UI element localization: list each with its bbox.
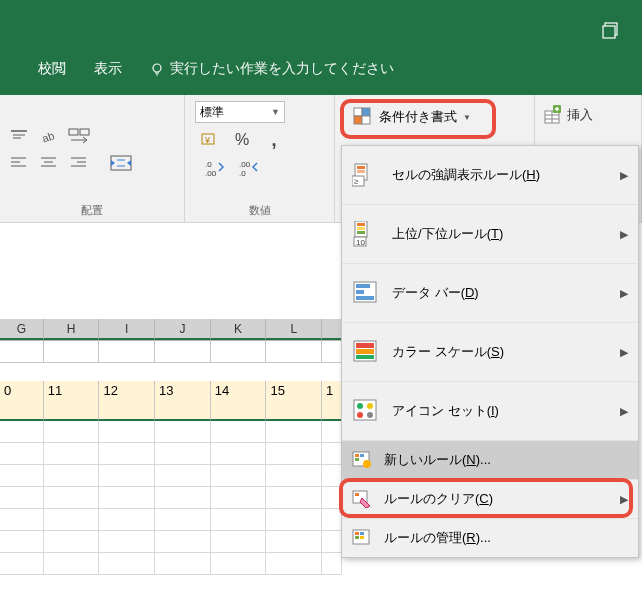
cell[interactable]: 11 [44,381,100,421]
cell[interactable] [44,341,100,363]
orientation-button[interactable]: ab [38,126,60,148]
column-header-i[interactable]: I [99,319,155,340]
svg-rect-65 [355,454,359,457]
increase-decimal-button[interactable]: .0.00 [205,157,227,179]
align-center-icon [40,156,58,170]
column-header-j[interactable]: J [155,319,211,340]
highlight-rules-icon: ≥ [352,162,380,188]
svg-rect-48 [357,231,365,234]
comma-button[interactable]: , [263,129,285,151]
align-center-button[interactable] [38,152,60,174]
increase-decimal-icon: .0.00 [205,160,227,176]
insert-cells-button[interactable]: 挿入 [543,105,633,125]
wrap-text-button[interactable] [68,126,90,148]
menu-icon-sets[interactable]: アイコン セット(I) ▶ [342,382,638,441]
cell[interactable] [155,341,211,363]
menu-data-bars[interactable]: データ バー(D) ▶ [342,264,638,323]
menu-top-bottom-rules[interactable]: 10 上位/下位ルール(T) ▶ [342,205,638,264]
tab-review[interactable]: 校閲 [38,60,66,78]
tell-me-placeholder: 実行したい作業を入力してください [170,60,394,78]
cell[interactable] [266,341,322,363]
svg-point-68 [363,460,371,468]
column-header-g[interactable]: G [0,319,44,340]
cell[interactable]: 13 [155,381,211,421]
svg-point-63 [367,412,373,418]
group-alignment: ab 配置 [0,95,185,222]
svg-rect-41 [357,166,365,169]
svg-rect-29 [354,108,362,116]
tell-me-search[interactable]: 実行したい作業を入力してください [150,60,394,78]
svg-rect-54 [356,296,374,300]
svg-rect-10 [80,129,89,135]
menu-label: 上位/下位ルール(T) [392,225,608,243]
ribbon-titlebar: 校閲 表示 実行したい作業を入力してください [0,0,642,95]
decrease-decimal-button[interactable]: .00.0 [239,157,261,179]
align-left-button[interactable] [8,152,30,174]
cell[interactable]: 1 [322,381,342,421]
clear-rules-icon [352,490,372,508]
svg-rect-53 [356,290,364,294]
menu-label: 新しいルール(N)... [384,451,628,469]
cell[interactable]: 15 [266,381,322,421]
lightbulb-icon [150,62,164,76]
cell[interactable] [322,341,342,363]
cell[interactable]: 12 [99,381,155,421]
accounting-format-button[interactable]: ¥ [199,129,221,151]
submenu-arrow-icon: ▶ [620,493,628,506]
merge-cells-button[interactable] [110,152,132,174]
menu-new-rule[interactable]: 新しいルール(N)... [342,441,638,480]
svg-point-60 [357,403,363,409]
align-right-button[interactable] [68,152,90,174]
svg-rect-70 [355,493,359,496]
svg-point-62 [357,412,363,418]
menu-color-scales[interactable]: カラー スケール(S) ▶ [342,323,638,382]
conditional-formatting-button[interactable]: 条件付き書式 ▼ [347,105,526,129]
cell[interactable] [211,341,267,363]
number-format-select[interactable]: 標準 ▼ [195,101,285,123]
svg-rect-31 [354,116,362,124]
orientation-icon: ab [40,129,58,145]
svg-text:¥: ¥ [204,135,211,145]
svg-text:.0: .0 [205,160,212,169]
chevron-down-icon: ▼ [271,107,280,117]
svg-rect-42 [357,170,365,173]
table-row[interactable] [0,341,342,381]
empty-grid[interactable] [0,421,342,575]
svg-rect-9 [69,129,78,135]
align-top-icon [9,129,29,145]
cell[interactable] [99,341,155,363]
spreadsheet-grid[interactable]: G H I J K L 0 11 12 13 14 15 1 [0,223,342,592]
column-header-k[interactable]: K [211,319,267,340]
tab-view[interactable]: 表示 [94,60,122,78]
menu-manage-rules[interactable]: ルールの管理(R)... [342,519,638,557]
svg-rect-67 [355,458,359,461]
cell[interactable] [0,341,44,363]
align-top-button[interactable] [8,126,30,148]
decrease-decimal-icon: .00.0 [239,160,261,176]
restore-icon [602,22,620,40]
menu-highlight-rules[interactable]: ≥ セルの強調表示ルール(H) ▶ [342,146,638,205]
cell[interactable]: 0 [0,381,44,421]
column-header-h[interactable]: H [44,319,100,340]
new-rule-icon [352,451,372,469]
svg-rect-59 [354,400,376,420]
percent-button[interactable]: % [231,129,253,151]
table-row[interactable]: 0 11 12 13 14 15 1 [0,381,342,421]
menu-clear-rules[interactable]: ルールのクリア(C) ▶ [342,480,638,519]
chevron-down-icon: ▼ [463,113,471,122]
submenu-arrow-icon: ▶ [620,346,628,359]
align-left-icon [10,156,28,170]
window-restore-button[interactable] [602,22,620,43]
column-headers[interactable]: G H I J K L [0,319,342,341]
insert-cells-icon [543,105,563,125]
svg-rect-46 [357,223,365,226]
svg-rect-75 [360,536,364,539]
cell[interactable]: 14 [211,381,267,421]
column-header-partial[interactable] [322,319,342,340]
column-header-l[interactable]: L [266,319,322,340]
merge-cells-icon [110,154,132,172]
svg-rect-47 [357,227,365,230]
menu-label: データ バー(D) [392,284,608,302]
number-format-value: 標準 [200,104,224,121]
menu-label: アイコン セット(I) [392,402,608,420]
